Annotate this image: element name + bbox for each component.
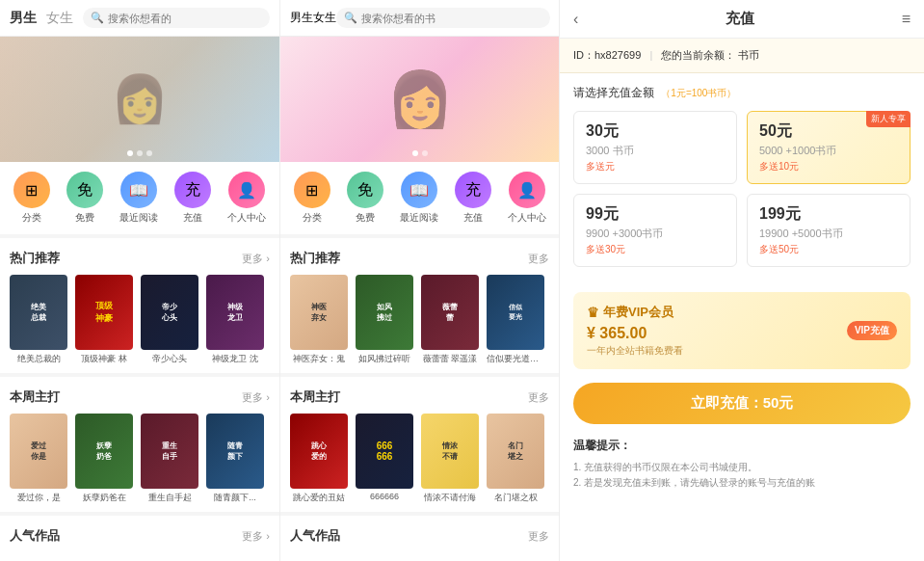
left-tab-male[interactable]: 男生 bbox=[10, 10, 37, 27]
recharge-icon: 充 bbox=[185, 180, 200, 200]
vip-title-text: 年费VIP会员 bbox=[603, 304, 673, 321]
recharge-title: 充值 bbox=[726, 10, 754, 28]
weekly-title-3: 重生自手起 bbox=[141, 492, 198, 504]
vip-desc: 一年内全站书籍免费看 bbox=[587, 344, 683, 358]
m-hot-book-3[interactable]: 薇蕾蕾 薇蕾蕾 翠遥漾 bbox=[421, 275, 479, 365]
middle-popular-section: 人气作品 更多 bbox=[280, 520, 559, 560]
middle-icon-profile[interactable]: 👤 个人中心 bbox=[508, 172, 546, 225]
m-hot-title-2: 如风拂过碎听 bbox=[356, 353, 413, 365]
left-icon-category[interactable]: ⊞ 分类 bbox=[13, 172, 50, 225]
left-hot-title: 热门推荐 bbox=[10, 250, 60, 267]
middle-tab-male[interactable]: 男生 bbox=[290, 10, 313, 26]
vip-badge[interactable]: VIP充值 bbox=[847, 321, 897, 340]
middle-tab-female[interactable]: 女生 bbox=[313, 10, 336, 26]
user-id: ID：hx827699 bbox=[573, 49, 641, 61]
weekly-cover-2: 妖孽奶爸 bbox=[75, 414, 133, 489]
left-panel: 男生 女生 🔍 👩 ⊞ 分类 免 免费 📖 最近阅读 bbox=[0, 0, 279, 561]
category-label: 分类 bbox=[22, 211, 41, 225]
book-cover-1: 绝美总裁 bbox=[10, 275, 67, 350]
middle-search-input[interactable] bbox=[361, 13, 542, 24]
charge-bonus-50: 多送10元 bbox=[759, 160, 898, 174]
left-hot-book-3[interactable]: 帝少心头 帝少心头 bbox=[141, 275, 198, 365]
charge-submit-button[interactable]: 立即充值：50元 bbox=[573, 383, 911, 424]
book-title-4: 神级龙卫 沈 bbox=[206, 353, 264, 365]
m-hot-book-4[interactable]: 信似要光 信似要光道骗间 bbox=[487, 275, 544, 365]
left-weekly-book-2[interactable]: 妖孽奶爸 妖孽奶爸在 bbox=[75, 414, 133, 504]
charge-coins-30: 3000 书币 bbox=[586, 144, 725, 158]
m-profile-label: 个人中心 bbox=[508, 211, 546, 225]
middle-icon-category[interactable]: ⊞ 分类 bbox=[294, 172, 330, 225]
dot-2 bbox=[137, 150, 143, 156]
left-tab-female[interactable]: 女生 bbox=[46, 10, 73, 27]
left-weekly-books: 爱过你是 爱过你，是 妖孽奶爸 妖孽奶爸在 重生自手 重生自手起 随青颜下 随青… bbox=[10, 414, 270, 504]
crown-icon: ♛ bbox=[587, 305, 599, 320]
left-hot-book-4[interactable]: 神级龙卫 神级龙卫 沈 bbox=[206, 275, 264, 365]
left-popular-more[interactable]: 更多 › bbox=[242, 529, 270, 544]
left-icon-recharge[interactable]: 充 充值 bbox=[174, 172, 211, 225]
search-icon: 🔍 bbox=[91, 12, 104, 24]
middle-icon-recharge[interactable]: 充 充值 bbox=[455, 172, 491, 225]
charge-amount-label: 请选择充值金额 bbox=[573, 86, 654, 99]
left-weekly-section: 本周主打 更多 › 爱过你是 爱过你，是 妖孽奶爸 妖孽奶爸在 重生自手 重生自… bbox=[0, 381, 279, 512]
middle-popular-more[interactable]: 更多 bbox=[528, 529, 549, 544]
charge-option-50[interactable]: 新人专享 50元 5000 +1000书币 多送10元 bbox=[747, 111, 911, 184]
book-cover-4: 神级龙卫 bbox=[206, 275, 264, 350]
left-hot-more[interactable]: 更多 › bbox=[242, 252, 270, 266]
tips-item-2: 2. 若是发现充值未到账，请先确认登录的账号与充值的账 bbox=[573, 475, 911, 491]
recharge-header: ‹ 充值 ≡ bbox=[560, 0, 924, 39]
middle-weekly-more[interactable]: 更多 bbox=[528, 390, 549, 405]
middle-icon-recent[interactable]: 📖 最近阅读 bbox=[400, 172, 438, 225]
left-weekly-book-4[interactable]: 随青颜下 随青颜下... bbox=[206, 414, 264, 504]
menu-button[interactable]: ≡ bbox=[902, 11, 911, 28]
left-popular-section: 人气作品 更多 › bbox=[0, 520, 279, 560]
middle-search-bar[interactable]: 🔍 bbox=[336, 8, 550, 28]
m-hot-book-2[interactable]: 如风拂过 如风拂过碎听 bbox=[356, 275, 413, 365]
left-top-bar: 男生 女生 🔍 bbox=[0, 0, 279, 37]
middle-hot-more[interactable]: 更多 bbox=[528, 252, 549, 266]
left-hot-book-2[interactable]: 顶级神豪 顶级神豪 林 bbox=[75, 275, 133, 365]
charge-option-30[interactable]: 30元 3000 书币 多送元 bbox=[573, 111, 737, 184]
m-weekly-book-3[interactable]: 情浓不请 情浓不请付海 bbox=[421, 414, 479, 504]
m-hot-cover-2: 如风拂过 bbox=[356, 275, 413, 350]
left-hot-book-1[interactable]: 绝美总裁 绝美总裁的 bbox=[10, 275, 67, 365]
weekly-title-1: 爱过你，是 bbox=[10, 492, 67, 504]
book-cover-2: 顶级神豪 bbox=[75, 275, 133, 350]
weekly-cover-3: 重生自手 bbox=[141, 414, 198, 489]
m-weekly-book-4[interactable]: 名门堪之 名门堪之权 bbox=[487, 414, 544, 504]
left-icon-profile[interactable]: 👤 个人中心 bbox=[227, 172, 266, 225]
charge-option-199[interactable]: 199元 19900 +5000书币 多送50元 bbox=[747, 194, 911, 267]
vip-price: ¥ 365.00 bbox=[587, 325, 683, 342]
left-weekly-book-1[interactable]: 爱过你是 爱过你，是 bbox=[10, 414, 67, 504]
vip-section[interactable]: ♛ 年费VIP会员 ¥ 365.00 一年内全站书籍免费看 VIP充值 bbox=[573, 292, 911, 369]
charge-coins-50: 5000 +1000书币 bbox=[759, 144, 898, 158]
left-weekly-more[interactable]: 更多 › bbox=[242, 390, 270, 405]
back-button[interactable]: ‹ bbox=[573, 11, 578, 28]
left-banner: 👩 bbox=[0, 37, 279, 162]
charge-bonus-99: 多送30元 bbox=[586, 243, 725, 256]
m-category-icon: ⊞ bbox=[305, 181, 318, 200]
m-weekly-book-2[interactable]: 666666 666666 bbox=[356, 414, 413, 504]
left-search-bar[interactable]: 🔍 bbox=[83, 8, 270, 28]
left-icon-free[interactable]: 免 免费 bbox=[66, 172, 103, 225]
user-info-bar: ID：hx827699 | 您的当前余额： 书币 bbox=[560, 39, 924, 73]
charge-coins-199: 19900 +5000书币 bbox=[759, 227, 898, 241]
left-weekly-book-3[interactable]: 重生自手 重生自手起 bbox=[141, 414, 198, 504]
middle-icon-free[interactable]: 免 免费 bbox=[347, 172, 383, 225]
left-weekly-header: 本周主打 更多 › bbox=[10, 388, 270, 406]
left-search-input[interactable] bbox=[108, 13, 262, 24]
m-weekly-title-3: 情浓不请付海 bbox=[421, 492, 479, 504]
left-icon-recent[interactable]: 📖 最近阅读 bbox=[119, 172, 158, 225]
m-recharge-label: 充值 bbox=[463, 211, 483, 225]
weekly-cover-1: 爱过你是 bbox=[10, 414, 67, 489]
m-recent-icon: 📖 bbox=[409, 181, 429, 200]
m-hot-title-4: 信似要光道骗间 bbox=[487, 353, 544, 365]
charge-option-99[interactable]: 99元 9900 +3000书币 多送30元 bbox=[573, 194, 737, 267]
m-hot-cover-3: 薇蕾蕾 bbox=[421, 275, 479, 350]
m-weekly-book-1[interactable]: 跳心爱的 跳心爱的丑姑 bbox=[290, 414, 348, 504]
m-category-label: 分类 bbox=[303, 211, 322, 225]
m-hot-book-1[interactable]: 神医弃女 神医弃女：鬼 bbox=[290, 275, 348, 365]
charge-rate: （1元=100书币） bbox=[661, 88, 736, 98]
middle-top-bar: 男生 女生 🔍 bbox=[280, 0, 559, 37]
book-title-2: 顶级神豪 林 bbox=[75, 353, 133, 365]
m-recharge-icon: 充 bbox=[465, 180, 481, 200]
